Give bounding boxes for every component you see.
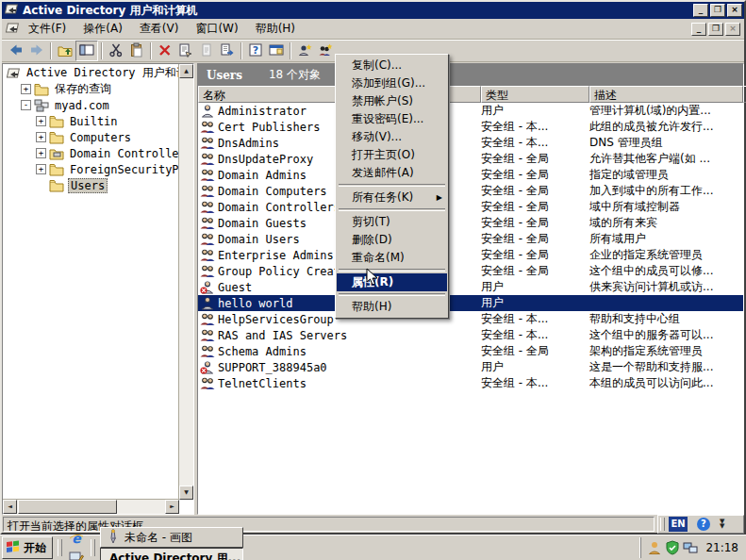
list-row[interactable]: Domain Controllers安全组 - 全局域中所有域控制器: [198, 199, 743, 215]
close-button[interactable]: ×: [727, 4, 742, 17]
list-row[interactable]: HelpServicesGroup安全组 - 本...帮助和支持中心组: [198, 311, 743, 327]
context-menu-item[interactable]: 剪切(T): [337, 213, 447, 231]
network-tray-icon[interactable]: [683, 540, 698, 555]
show-desktop-icon[interactable]: [67, 548, 86, 560]
tree-item-builtin[interactable]: +Builtin: [4, 113, 178, 129]
context-menu-item[interactable]: 添加到组(G)...: [337, 74, 447, 92]
ad-root-icon: [6, 66, 21, 80]
menu-3[interactable]: 查看(V): [131, 20, 188, 37]
context-menu-item[interactable]: 打开主页(O): [337, 146, 447, 164]
domain-icon: [34, 98, 49, 112]
forward-button[interactable]: [26, 41, 47, 60]
context-menu-item[interactable]: 禁用帐户(S): [337, 92, 447, 110]
delete-button[interactable]: [155, 41, 175, 60]
list-row[interactable]: DnsAdmins安全组 - 本...DNS 管理员组: [198, 135, 743, 151]
list-row[interactable]: Guest用户供来宾访问计算机或访...: [198, 279, 743, 295]
user-accounts-tray-icon[interactable]: [647, 540, 662, 555]
context-menu-item[interactable]: 重设密码(E)...: [337, 110, 447, 128]
updates-shield-tray-icon[interactable]: [665, 540, 680, 555]
object-type: 安全组 - 全局: [481, 247, 589, 263]
group-icon: [200, 184, 215, 198]
back-button[interactable]: [6, 41, 26, 60]
context-menu-item[interactable]: 重命名(M): [337, 249, 447, 267]
object-name: Enterprise Admins: [218, 249, 334, 262]
language-bar-grip[interactable]: [660, 518, 665, 531]
object-description: 管理计算机(域)的内置...: [589, 103, 743, 119]
object-name: Cert Publishers: [218, 121, 320, 134]
object-name: Domain Computers: [218, 185, 327, 198]
list-row[interactable]: Domain Admins安全组 - 全局指定的域管理员: [198, 167, 743, 183]
minimize-button[interactable]: _: [693, 4, 708, 17]
expand-toggle[interactable]: +: [36, 132, 46, 142]
list-row[interactable]: RAS and IAS Servers安全组 - 本...这个组中的服务器可以.…: [198, 327, 743, 343]
menu-items: 文件(F)操作(A)查看(V)窗口(W)帮助(H): [20, 21, 304, 37]
column-header-2[interactable]: 类型: [481, 86, 589, 103]
expand-toggle[interactable]: +: [36, 164, 46, 174]
context-menu-item[interactable]: 所有任务(K)▶: [337, 189, 447, 206]
tree-item-myad-com[interactable]: -myad.com: [4, 97, 178, 113]
language-indicator[interactable]: EN: [669, 517, 688, 532]
context-menu-item[interactable]: 帮助(H): [337, 298, 447, 316]
cut-icon: [108, 42, 124, 60]
expand-toggle[interactable]: +: [21, 84, 31, 94]
paste-button[interactable]: [126, 41, 147, 60]
list-row[interactable]: hello world用户: [198, 295, 743, 311]
expand-toggle[interactable]: +: [36, 116, 46, 126]
task-button[interactable]: Active Directory 用...: [100, 548, 243, 560]
list-row[interactable]: Domain Users安全组 - 全局所有域用户: [198, 231, 743, 247]
tree-item-users[interactable]: Users: [4, 177, 178, 193]
tree-item-domain-controllers[interactable]: +Domain Controllers: [4, 145, 178, 161]
expand-toggle[interactable]: +: [36, 148, 46, 158]
refresh-button[interactable]: [196, 41, 217, 60]
restore-button[interactable]: ❐: [710, 4, 725, 17]
context-menu-item[interactable]: 删除(D): [337, 231, 447, 249]
context-menu-item[interactable]: 属性(R): [337, 273, 447, 291]
list-row[interactable]: Schema Admins安全组 - 全局架构的指定系统管理员: [198, 343, 743, 359]
export-list-button[interactable]: [217, 41, 238, 60]
properties-button[interactable]: [175, 41, 196, 60]
cut-button[interactable]: [106, 41, 126, 60]
list-row[interactable]: TelnetClients安全组 - 本...本组的成员可以访问此...: [198, 375, 743, 391]
up-one-level-button[interactable]: [55, 41, 75, 60]
task-button[interactable]: 未命名 - 画图: [100, 527, 243, 548]
tree-root[interactable]: Active Directory 用户和计算机: [4, 65, 178, 81]
list-row[interactable]: Cert Publishers安全组 - 本...此组的成员被允许发行...: [198, 119, 743, 135]
language-bar-options-icon[interactable]: ▼▼: [720, 519, 724, 529]
new-group-button[interactable]: [315, 41, 336, 60]
tree-item-foreignsecurityprincipa[interactable]: +ForeignSecurityPrincipa: [4, 161, 178, 177]
title-bar: Active Directory 用户和计算机 _ ❐ ×: [2, 2, 744, 19]
context-menu-item[interactable]: 发送邮件(A): [337, 164, 447, 182]
list-row[interactable]: Administrator用户管理计算机(域)的内置...: [198, 103, 743, 119]
new-user-button[interactable]: [294, 41, 315, 60]
show-window-button[interactable]: [266, 41, 287, 60]
toolbar-separator: [240, 42, 242, 59]
menu-1[interactable]: 文件(F): [20, 20, 75, 37]
list-row[interactable]: Domain Guests安全组 - 全局域的所有来宾: [198, 215, 743, 231]
list-row[interactable]: Group Policy Creator安全组 - 全局这个组中的成员可以修..…: [198, 263, 743, 279]
column-header-3[interactable]: 描述: [589, 86, 743, 103]
expand-toggle[interactable]: -: [21, 100, 31, 110]
show-console-tree-button[interactable]: [75, 41, 98, 61]
list-row[interactable]: SUPPORT_388945a0用户这是一个帮助和支持服...: [198, 359, 743, 375]
child-minimize-button[interactable]: _: [691, 23, 706, 36]
internet-explorer-icon[interactable]: e: [67, 529, 86, 548]
context-menu-item[interactable]: 复制(C)...: [337, 57, 447, 74]
list-row[interactable]: Enterprise Admins安全组 - 全局企业的指定系统管理员: [198, 247, 743, 263]
tree-vertical-scrollbar[interactable]: ▲ ▼: [178, 64, 193, 500]
tree-item--[interactable]: +保存的查询: [4, 81, 178, 97]
list-row[interactable]: Domain Computers安全组 - 全局加入到域中的所有工作...: [198, 183, 743, 199]
list-row[interactable]: DnsUpdateProxy安全组 - 全局允许替其他客户端(如 ...: [198, 151, 743, 167]
object-type: 安全组 - 本...: [481, 135, 589, 151]
menu-4[interactable]: 窗口(W): [187, 20, 246, 37]
menu-2[interactable]: 操作(A): [75, 20, 131, 37]
context-menu-item[interactable]: 移动(V)...: [337, 128, 447, 146]
menu-5[interactable]: 帮助(H): [247, 20, 304, 37]
tree-horizontal-scrollbar[interactable]: ◄ ►: [3, 499, 179, 514]
tree-item-computers[interactable]: +Computers: [4, 129, 178, 145]
child-restore-button[interactable]: ❐: [708, 23, 723, 36]
svg-text:?: ?: [253, 44, 258, 57]
language-help-icon[interactable]: ?: [697, 518, 710, 531]
object-name: Guest: [218, 281, 252, 294]
start-button[interactable]: 开始: [2, 536, 53, 559]
help-button[interactable]: ?: [245, 41, 266, 60]
